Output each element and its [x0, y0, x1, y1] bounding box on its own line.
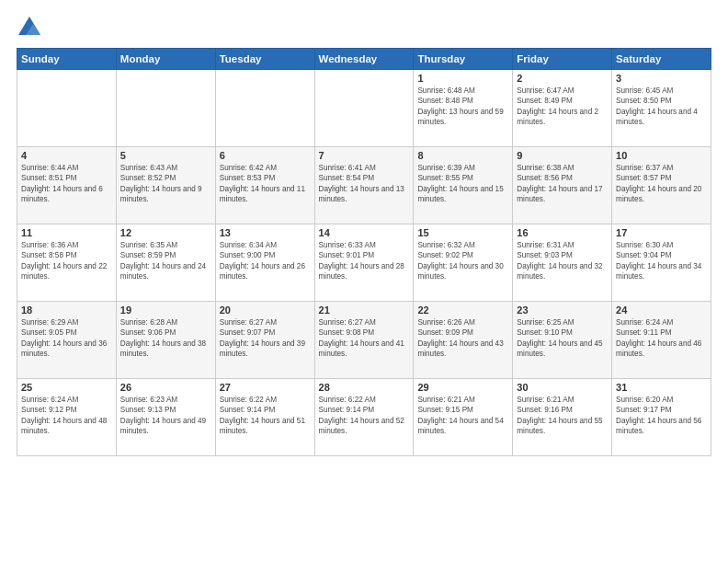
- day-number: 21: [319, 304, 410, 316]
- day-info: Sunrise: 6:33 AMSunset: 9:01 PMDaylight:…: [319, 240, 410, 282]
- day-number: 27: [220, 382, 311, 393]
- calendar-cell: 30Sunrise: 6:21 AMSunset: 9:16 PMDayligh…: [513, 379, 612, 456]
- day-info: Sunrise: 6:22 AMSunset: 9:14 PMDaylight:…: [220, 395, 311, 437]
- calendar-week-4: 18Sunrise: 6:29 AMSunset: 9:05 PMDayligh…: [17, 302, 711, 379]
- day-number: 26: [120, 382, 211, 393]
- day-number: 22: [417, 304, 508, 316]
- weekday-friday: Friday: [513, 49, 612, 70]
- day-number: 2: [517, 73, 608, 84]
- day-info: Sunrise: 6:38 AMSunset: 8:56 PMDaylight:…: [517, 163, 608, 205]
- day-number: 28: [319, 382, 410, 393]
- day-info: Sunrise: 6:22 AMSunset: 9:14 PMDaylight:…: [319, 395, 410, 437]
- day-number: 10: [616, 150, 707, 161]
- day-info: Sunrise: 6:35 AMSunset: 8:59 PMDaylight:…: [120, 240, 211, 282]
- calendar-cell: 7Sunrise: 6:41 AMSunset: 8:54 PMDaylight…: [314, 147, 414, 224]
- day-info: Sunrise: 6:42 AMSunset: 8:53 PMDaylight:…: [220, 163, 311, 205]
- weekday-tuesday: Tuesday: [215, 49, 314, 70]
- calendar-cell: 8Sunrise: 6:39 AMSunset: 8:55 PMDaylight…: [414, 147, 513, 224]
- calendar-cell: 17Sunrise: 6:30 AMSunset: 9:04 PMDayligh…: [612, 224, 711, 302]
- day-info: Sunrise: 6:34 AMSunset: 9:00 PMDaylight:…: [220, 240, 311, 282]
- calendar-cell: 23Sunrise: 6:25 AMSunset: 9:10 PMDayligh…: [513, 302, 612, 379]
- calendar-cell: 27Sunrise: 6:22 AMSunset: 9:14 PMDayligh…: [215, 379, 314, 456]
- day-info: Sunrise: 6:26 AMSunset: 9:09 PMDaylight:…: [417, 317, 508, 360]
- day-info: Sunrise: 6:27 AMSunset: 9:08 PMDaylight:…: [319, 317, 410, 360]
- weekday-monday: Monday: [116, 49, 215, 70]
- weekday-saturday: Saturday: [612, 49, 711, 70]
- day-number: 4: [21, 150, 112, 161]
- calendar-cell: 1Sunrise: 6:48 AMSunset: 8:48 PMDaylight…: [414, 70, 513, 147]
- day-number: 25: [21, 382, 112, 393]
- day-info: Sunrise: 6:36 AMSunset: 8:58 PMDaylight:…: [21, 240, 112, 282]
- day-info: Sunrise: 6:39 AMSunset: 8:55 PMDaylight:…: [417, 163, 508, 205]
- day-info: Sunrise: 6:27 AMSunset: 9:07 PMDaylight:…: [220, 317, 311, 360]
- day-info: Sunrise: 6:31 AMSunset: 9:03 PMDaylight:…: [517, 240, 608, 282]
- calendar-cell: [314, 70, 414, 147]
- day-info: Sunrise: 6:47 AMSunset: 8:49 PMDaylight:…: [517, 86, 608, 128]
- calendar-cell: 25Sunrise: 6:24 AMSunset: 9:12 PMDayligh…: [17, 379, 117, 456]
- calendar-cell: 5Sunrise: 6:43 AMSunset: 8:52 PMDaylight…: [116, 147, 215, 224]
- day-info: Sunrise: 6:21 AMSunset: 9:16 PMDaylight:…: [517, 395, 608, 437]
- calendar-week-5: 25Sunrise: 6:24 AMSunset: 9:12 PMDayligh…: [17, 379, 711, 456]
- day-number: 12: [120, 227, 211, 238]
- day-number: 9: [517, 150, 608, 161]
- day-number: 31: [616, 382, 707, 393]
- calendar-cell: 14Sunrise: 6:33 AMSunset: 9:01 PMDayligh…: [314, 224, 414, 302]
- calendar-cell: 6Sunrise: 6:42 AMSunset: 8:53 PMDaylight…: [215, 147, 314, 224]
- calendar-week-2: 4Sunrise: 6:44 AMSunset: 8:51 PMDaylight…: [17, 147, 711, 224]
- day-info: Sunrise: 6:24 AMSunset: 9:12 PMDaylight:…: [21, 395, 112, 437]
- weekday-header-row: SundayMondayTuesdayWednesdayThursdayFrid…: [17, 49, 711, 70]
- calendar-cell: 2Sunrise: 6:47 AMSunset: 8:49 PMDaylight…: [513, 70, 612, 147]
- calendar-cell: 21Sunrise: 6:27 AMSunset: 9:08 PMDayligh…: [314, 302, 414, 379]
- logo: [17, 15, 46, 40]
- day-info: Sunrise: 6:37 AMSunset: 8:57 PMDaylight:…: [616, 163, 707, 205]
- day-number: 19: [120, 304, 211, 316]
- day-info: Sunrise: 6:43 AMSunset: 8:52 PMDaylight:…: [120, 163, 211, 205]
- calendar-cell: 3Sunrise: 6:45 AMSunset: 8:50 PMDaylight…: [612, 70, 711, 147]
- day-number: 24: [616, 304, 707, 316]
- day-info: Sunrise: 6:24 AMSunset: 9:11 PMDaylight:…: [616, 317, 707, 360]
- calendar-cell: 12Sunrise: 6:35 AMSunset: 8:59 PMDayligh…: [116, 224, 215, 302]
- day-number: 30: [517, 382, 608, 393]
- day-info: Sunrise: 6:29 AMSunset: 9:05 PMDaylight:…: [21, 317, 112, 360]
- calendar-cell: [116, 70, 215, 147]
- day-number: 5: [120, 150, 211, 161]
- calendar-cell: 13Sunrise: 6:34 AMSunset: 9:00 PMDayligh…: [215, 224, 314, 302]
- day-info: Sunrise: 6:25 AMSunset: 9:10 PMDaylight:…: [517, 317, 608, 360]
- calendar-week-3: 11Sunrise: 6:36 AMSunset: 8:58 PMDayligh…: [17, 224, 711, 302]
- calendar-cell: 31Sunrise: 6:20 AMSunset: 9:17 PMDayligh…: [612, 379, 711, 456]
- calendar-week-1: 1Sunrise: 6:48 AMSunset: 8:48 PMDaylight…: [17, 70, 711, 147]
- day-number: 16: [517, 227, 608, 238]
- calendar-cell: 11Sunrise: 6:36 AMSunset: 8:58 PMDayligh…: [17, 224, 117, 302]
- calendar-cell: 28Sunrise: 6:22 AMSunset: 9:14 PMDayligh…: [314, 379, 414, 456]
- day-number: 8: [417, 150, 508, 161]
- day-info: Sunrise: 6:45 AMSunset: 8:50 PMDaylight:…: [616, 86, 707, 128]
- day-number: 13: [220, 227, 311, 238]
- day-info: Sunrise: 6:28 AMSunset: 9:06 PMDaylight:…: [120, 317, 211, 360]
- day-number: 6: [220, 150, 311, 161]
- day-info: Sunrise: 6:32 AMSunset: 9:02 PMDaylight:…: [417, 240, 508, 282]
- logo-icon: [17, 15, 42, 40]
- calendar-table: SundayMondayTuesdayWednesdayThursdayFrid…: [17, 48, 711, 456]
- day-number: 3: [616, 73, 707, 84]
- day-number: 23: [517, 304, 608, 316]
- day-number: 1: [417, 73, 508, 84]
- day-info: Sunrise: 6:48 AMSunset: 8:48 PMDaylight:…: [417, 86, 508, 128]
- day-info: Sunrise: 6:44 AMSunset: 8:51 PMDaylight:…: [21, 163, 112, 205]
- calendar-cell: 29Sunrise: 6:21 AMSunset: 9:15 PMDayligh…: [414, 379, 513, 456]
- day-number: 20: [220, 304, 311, 316]
- calendar-cell: 9Sunrise: 6:38 AMSunset: 8:56 PMDaylight…: [513, 147, 612, 224]
- day-number: 15: [417, 227, 508, 238]
- day-number: 17: [616, 227, 707, 238]
- day-number: 14: [319, 227, 410, 238]
- page: SundayMondayTuesdayWednesdayThursdayFrid…: [0, 0, 728, 563]
- day-info: Sunrise: 6:21 AMSunset: 9:15 PMDaylight:…: [417, 395, 508, 437]
- calendar-cell: 26Sunrise: 6:23 AMSunset: 9:13 PMDayligh…: [116, 379, 215, 456]
- calendar-cell: 4Sunrise: 6:44 AMSunset: 8:51 PMDaylight…: [17, 147, 117, 224]
- weekday-sunday: Sunday: [17, 49, 117, 70]
- day-info: Sunrise: 6:23 AMSunset: 9:13 PMDaylight:…: [120, 395, 211, 437]
- calendar-cell: 10Sunrise: 6:37 AMSunset: 8:57 PMDayligh…: [612, 147, 711, 224]
- calendar-cell: 18Sunrise: 6:29 AMSunset: 9:05 PMDayligh…: [17, 302, 117, 379]
- calendar-cell: [215, 70, 314, 147]
- calendar-cell: 15Sunrise: 6:32 AMSunset: 9:02 PMDayligh…: [414, 224, 513, 302]
- calendar-cell: [17, 70, 117, 147]
